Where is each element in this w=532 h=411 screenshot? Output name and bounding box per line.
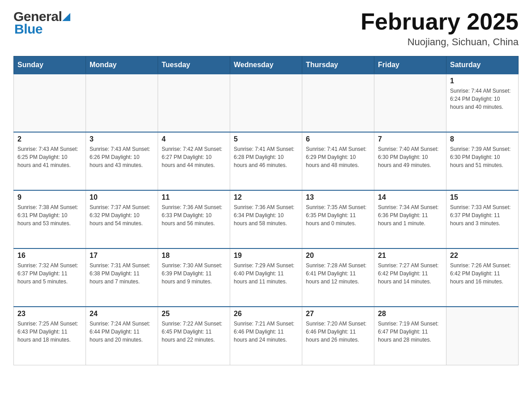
day-number: 7 xyxy=(378,135,442,143)
weekday-header-thursday: Thursday xyxy=(302,56,374,74)
logo-blue-text: Blue xyxy=(14,21,43,37)
svg-marker-0 xyxy=(62,13,70,21)
calendar-cell: 4Sunrise: 7:42 AM Sunset: 6:27 PM Daylig… xyxy=(158,132,230,190)
day-number: 23 xyxy=(17,310,82,318)
calendar-cell: 5Sunrise: 7:41 AM Sunset: 6:28 PM Daylig… xyxy=(230,132,302,190)
logo-triangle-icon xyxy=(62,11,70,21)
calendar-cell xyxy=(446,307,519,365)
day-info: Sunrise: 7:38 AM Sunset: 6:31 PM Dayligh… xyxy=(17,203,82,227)
calendar-cell: 1Sunrise: 7:44 AM Sunset: 6:24 PM Daylig… xyxy=(446,74,519,132)
day-number: 25 xyxy=(162,310,226,318)
day-number: 27 xyxy=(306,310,370,318)
calendar-cell xyxy=(86,74,158,132)
calendar-cell: 24Sunrise: 7:24 AM Sunset: 6:44 PM Dayli… xyxy=(86,307,158,365)
day-info: Sunrise: 7:34 AM Sunset: 6:36 PM Dayligh… xyxy=(378,203,442,227)
calendar-cell: 16Sunrise: 7:32 AM Sunset: 6:37 PM Dayli… xyxy=(14,248,86,307)
day-info: Sunrise: 7:35 AM Sunset: 6:35 PM Dayligh… xyxy=(306,203,370,227)
day-number: 20 xyxy=(306,252,370,260)
calendar-week-row: 1Sunrise: 7:44 AM Sunset: 6:24 PM Daylig… xyxy=(14,74,519,132)
calendar-cell: 19Sunrise: 7:29 AM Sunset: 6:40 PM Dayli… xyxy=(230,248,302,307)
day-number: 19 xyxy=(234,252,298,260)
day-info: Sunrise: 7:20 AM Sunset: 6:46 PM Dayligh… xyxy=(306,320,370,344)
day-number: 17 xyxy=(90,252,154,260)
day-info: Sunrise: 7:33 AM Sunset: 6:37 PM Dayligh… xyxy=(450,203,515,227)
calendar-cell xyxy=(158,74,230,132)
calendar-cell: 15Sunrise: 7:33 AM Sunset: 6:37 PM Dayli… xyxy=(446,190,519,248)
day-number: 9 xyxy=(17,193,82,201)
weekday-header-monday: Monday xyxy=(86,56,158,74)
calendar-title: February 2025 xyxy=(360,9,519,34)
calendar-cell: 6Sunrise: 7:41 AM Sunset: 6:29 PM Daylig… xyxy=(302,132,374,190)
calendar-week-row: 9Sunrise: 7:38 AM Sunset: 6:31 PM Daylig… xyxy=(14,190,519,248)
calendar-cell: 3Sunrise: 7:43 AM Sunset: 6:26 PM Daylig… xyxy=(86,132,158,190)
day-number: 5 xyxy=(234,135,298,143)
calendar-cell: 22Sunrise: 7:26 AM Sunset: 6:42 PM Dayli… xyxy=(446,248,519,307)
day-number: 8 xyxy=(450,135,515,143)
calendar-cell xyxy=(230,74,302,132)
day-info: Sunrise: 7:30 AM Sunset: 6:39 PM Dayligh… xyxy=(162,261,226,286)
calendar-cell: 14Sunrise: 7:34 AM Sunset: 6:36 PM Dayli… xyxy=(374,190,446,248)
calendar-cell: 25Sunrise: 7:22 AM Sunset: 6:45 PM Dayli… xyxy=(158,307,230,365)
day-info: Sunrise: 7:41 AM Sunset: 6:29 PM Dayligh… xyxy=(306,145,370,169)
calendar-cell: 17Sunrise: 7:31 AM Sunset: 6:38 PM Dayli… xyxy=(86,248,158,307)
calendar-cell: 28Sunrise: 7:19 AM Sunset: 6:47 PM Dayli… xyxy=(374,307,446,365)
day-number: 24 xyxy=(90,310,154,318)
day-info: Sunrise: 7:41 AM Sunset: 6:28 PM Dayligh… xyxy=(234,145,298,169)
weekday-header-saturday: Saturday xyxy=(446,56,519,74)
day-number: 12 xyxy=(234,193,298,201)
day-info: Sunrise: 7:21 AM Sunset: 6:46 PM Dayligh… xyxy=(234,320,298,344)
calendar-cell: 10Sunrise: 7:37 AM Sunset: 6:32 PM Dayli… xyxy=(86,190,158,248)
day-info: Sunrise: 7:43 AM Sunset: 6:26 PM Dayligh… xyxy=(90,145,154,169)
day-info: Sunrise: 7:36 AM Sunset: 6:33 PM Dayligh… xyxy=(162,203,226,227)
calendar-cell: 27Sunrise: 7:20 AM Sunset: 6:46 PM Dayli… xyxy=(302,307,374,365)
calendar-cell: 23Sunrise: 7:25 AM Sunset: 6:43 PM Dayli… xyxy=(14,307,86,365)
day-number: 3 xyxy=(90,135,154,143)
day-number: 15 xyxy=(450,193,515,201)
calendar-cell: 2Sunrise: 7:43 AM Sunset: 6:25 PM Daylig… xyxy=(14,132,86,190)
day-number: 26 xyxy=(234,310,298,318)
day-number: 21 xyxy=(378,252,442,260)
day-number: 1 xyxy=(450,77,515,85)
day-number: 14 xyxy=(378,193,442,201)
calendar-week-row: 23Sunrise: 7:25 AM Sunset: 6:43 PM Dayli… xyxy=(14,307,519,365)
calendar-table: SundayMondayTuesdayWednesdayThursdayFrid… xyxy=(13,56,519,365)
calendar-cell: 11Sunrise: 7:36 AM Sunset: 6:33 PM Dayli… xyxy=(158,190,230,248)
calendar-header: SundayMondayTuesdayWednesdayThursdayFrid… xyxy=(14,56,519,74)
calendar-cell xyxy=(14,74,86,132)
calendar-subtitle: Nuojiang, Sichuan, China xyxy=(360,36,519,48)
day-number: 11 xyxy=(162,193,226,201)
day-info: Sunrise: 7:31 AM Sunset: 6:38 PM Dayligh… xyxy=(90,261,154,286)
calendar-cell: 12Sunrise: 7:36 AM Sunset: 6:34 PM Dayli… xyxy=(230,190,302,248)
day-info: Sunrise: 7:19 AM Sunset: 6:47 PM Dayligh… xyxy=(378,320,442,344)
day-number: 16 xyxy=(17,252,82,260)
calendar-cell: 7Sunrise: 7:40 AM Sunset: 6:30 PM Daylig… xyxy=(374,132,446,190)
day-number: 2 xyxy=(17,135,82,143)
weekday-header-tuesday: Tuesday xyxy=(158,56,230,74)
day-info: Sunrise: 7:28 AM Sunset: 6:41 PM Dayligh… xyxy=(306,261,370,286)
calendar-cell xyxy=(374,74,446,132)
day-number: 6 xyxy=(306,135,370,143)
day-number: 10 xyxy=(90,193,154,201)
calendar-cell: 18Sunrise: 7:30 AM Sunset: 6:39 PM Dayli… xyxy=(158,248,230,307)
calendar-cell xyxy=(302,74,374,132)
logo: General Blue xyxy=(13,9,70,37)
day-info: Sunrise: 7:36 AM Sunset: 6:34 PM Dayligh… xyxy=(234,203,298,227)
day-info: Sunrise: 7:39 AM Sunset: 6:30 PM Dayligh… xyxy=(450,145,515,169)
day-info: Sunrise: 7:27 AM Sunset: 6:42 PM Dayligh… xyxy=(378,261,442,286)
calendar-cell: 9Sunrise: 7:38 AM Sunset: 6:31 PM Daylig… xyxy=(14,190,86,248)
title-area: February 2025 Nuojiang, Sichuan, China xyxy=(360,9,519,48)
weekday-header-wednesday: Wednesday xyxy=(230,56,302,74)
calendar-cell: 20Sunrise: 7:28 AM Sunset: 6:41 PM Dayli… xyxy=(302,248,374,307)
weekday-header-friday: Friday xyxy=(374,56,446,74)
calendar-week-row: 16Sunrise: 7:32 AM Sunset: 6:37 PM Dayli… xyxy=(14,248,519,307)
calendar-cell: 8Sunrise: 7:39 AM Sunset: 6:30 PM Daylig… xyxy=(446,132,519,190)
day-number: 4 xyxy=(162,135,226,143)
calendar-cell: 21Sunrise: 7:27 AM Sunset: 6:42 PM Dayli… xyxy=(374,248,446,307)
day-info: Sunrise: 7:42 AM Sunset: 6:27 PM Dayligh… xyxy=(162,145,226,169)
day-info: Sunrise: 7:40 AM Sunset: 6:30 PM Dayligh… xyxy=(378,145,442,169)
day-info: Sunrise: 7:22 AM Sunset: 6:45 PM Dayligh… xyxy=(162,320,226,344)
calendar-cell: 26Sunrise: 7:21 AM Sunset: 6:46 PM Dayli… xyxy=(230,307,302,365)
day-info: Sunrise: 7:24 AM Sunset: 6:44 PM Dayligh… xyxy=(90,320,154,344)
weekday-header-row: SundayMondayTuesdayWednesdayThursdayFrid… xyxy=(14,56,519,74)
day-info: Sunrise: 7:29 AM Sunset: 6:40 PM Dayligh… xyxy=(234,261,298,286)
